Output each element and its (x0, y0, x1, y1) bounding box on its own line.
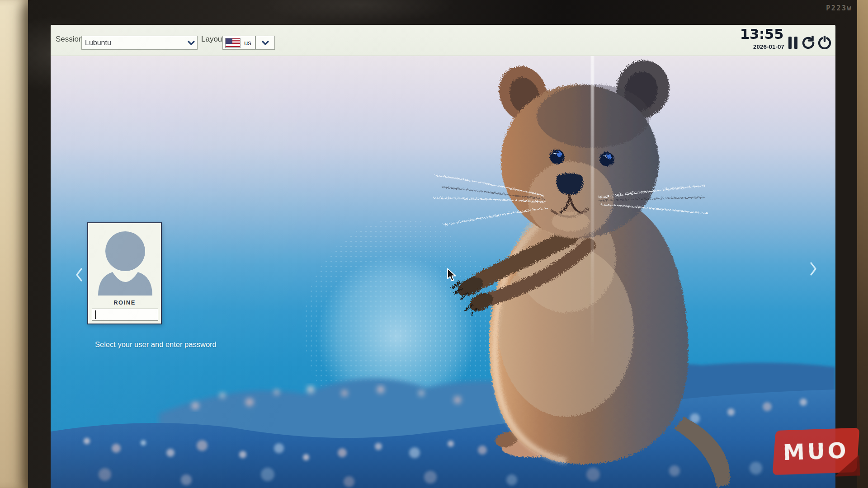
login-screen: Session Lubuntu Layout us (51, 25, 835, 488)
pause-icon (788, 37, 797, 49)
us-flag-icon (225, 38, 241, 48)
power-icon (818, 36, 831, 49)
screen-light-streak (591, 25, 594, 355)
user-card[interactable]: ROINE (87, 222, 162, 324)
wall-right (857, 0, 868, 488)
muo-watermark-text: MUO (783, 437, 849, 465)
layout-select-value: us (244, 39, 251, 47)
next-user-button[interactable] (808, 261, 818, 278)
monitor-bezel: P223w (28, 0, 857, 488)
login-hint-text: Select your user and enter password (95, 340, 217, 349)
password-input[interactable] (92, 309, 158, 321)
layout-select-dropdown-button[interactable] (255, 36, 275, 50)
wall-left (0, 0, 28, 488)
muo-watermark: MUO (773, 428, 860, 475)
session-label: Session (56, 35, 83, 44)
layout-label: Layout (201, 35, 224, 44)
suspend-button[interactable] (786, 34, 800, 51)
user-avatar-icon (94, 227, 156, 296)
photo-scene: P223w (0, 0, 868, 488)
shutdown-button[interactable] (818, 34, 831, 51)
layout-select[interactable]: us (222, 36, 255, 50)
previous-user-button[interactable] (74, 267, 84, 284)
greeter-topbar: Session Lubuntu Layout us (51, 25, 835, 56)
monitor-brand-label: P223w (826, 4, 852, 12)
chevron-down-icon (186, 38, 196, 47)
quokka-wallpaper (51, 25, 835, 488)
chevron-right-icon (808, 261, 818, 277)
quokka-graphic (429, 63, 746, 488)
restart-button[interactable] (802, 34, 815, 51)
restart-icon (802, 36, 815, 49)
text-caret (95, 310, 96, 319)
chevron-left-icon (74, 267, 84, 283)
clock-time: 13:55 (740, 27, 783, 41)
session-select-value: Lubuntu (82, 39, 186, 47)
chevron-down-icon (260, 38, 270, 47)
session-select[interactable]: Lubuntu (81, 36, 198, 50)
clock-date: 2026-01-07 (753, 43, 784, 50)
username-label: ROINE (88, 299, 161, 306)
